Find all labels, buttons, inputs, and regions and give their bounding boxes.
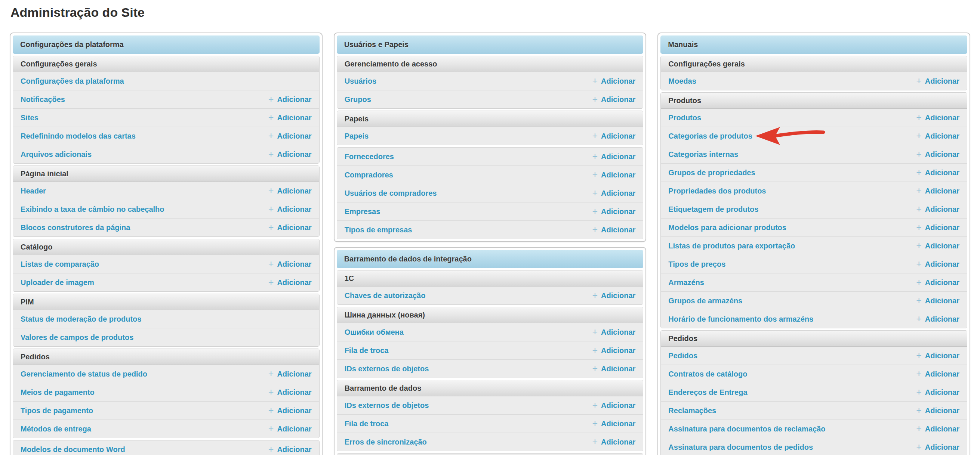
add-button[interactable]: +Adicionar xyxy=(268,278,312,287)
model-link[interactable]: Arquivos adicionais xyxy=(21,150,92,159)
model-link[interactable]: Empresas xyxy=(345,207,380,216)
add-button[interactable]: +Adicionar xyxy=(916,260,959,269)
model-link[interactable]: Modelos de documento Word xyxy=(21,445,125,454)
model-link[interactable]: Fornecedores xyxy=(345,152,394,161)
add-button[interactable]: +Adicionar xyxy=(916,388,959,397)
add-button[interactable]: +Adicionar xyxy=(592,132,635,141)
add-button[interactable]: +Adicionar xyxy=(592,170,635,180)
model-link[interactable]: Meios de pagamento xyxy=(21,388,95,397)
model-link[interactable]: Papeis xyxy=(345,132,369,141)
model-link[interactable]: Produtos xyxy=(668,114,701,122)
model-link[interactable]: Erros de sincronização xyxy=(345,438,427,446)
model-link[interactable]: Propriedades dos produtos xyxy=(668,187,766,195)
add-button[interactable]: +Adicionar xyxy=(592,152,635,162)
add-button[interactable]: +Adicionar xyxy=(268,406,312,415)
add-button[interactable]: +Adicionar xyxy=(916,314,959,324)
model-link[interactable]: Status de moderação de produtos xyxy=(21,315,141,323)
model-link[interactable]: Categorias internas xyxy=(668,150,738,159)
add-button[interactable]: +Adicionar xyxy=(592,291,635,300)
add-button[interactable]: +Adicionar xyxy=(916,443,959,452)
add-button[interactable]: +Adicionar xyxy=(916,76,959,86)
model-link[interactable]: IDs externos de objetos xyxy=(345,401,429,410)
add-button[interactable]: +Adicionar xyxy=(916,186,959,196)
model-link[interactable]: Métodos de entrega xyxy=(21,425,91,433)
add-label: Adicionar xyxy=(277,406,311,415)
model-link[interactable]: Sites xyxy=(21,114,38,122)
add-button[interactable]: +Adicionar xyxy=(916,424,959,434)
model-link[interactable]: Fila de troca xyxy=(345,420,389,428)
model-link[interactable]: Grupos de armazéns xyxy=(668,296,742,305)
add-button[interactable]: +Adicionar xyxy=(268,95,312,104)
model-link[interactable]: Redefinindo modelos das cartas xyxy=(21,132,136,141)
model-link[interactable]: Reclamações xyxy=(668,406,716,415)
add-button[interactable]: +Adicionar xyxy=(268,205,312,214)
add-button[interactable]: +Adicionar xyxy=(592,346,635,355)
model-link[interactable]: Usuários xyxy=(345,77,377,86)
add-button[interactable]: +Adicionar xyxy=(592,76,635,86)
model-link[interactable]: Uploader de imagem xyxy=(21,278,94,287)
add-button[interactable]: +Adicionar xyxy=(268,388,312,397)
model-link[interactable]: Usuários de compradores xyxy=(345,189,437,198)
model-link[interactable]: Armazéns xyxy=(668,278,704,287)
add-button[interactable]: +Adicionar xyxy=(592,207,635,216)
add-button[interactable]: +Adicionar xyxy=(916,369,959,379)
add-button[interactable]: +Adicionar xyxy=(268,369,312,379)
add-button[interactable]: +Adicionar xyxy=(916,132,959,141)
add-button[interactable]: +Adicionar xyxy=(592,419,635,428)
add-button[interactable]: +Adicionar xyxy=(916,241,959,250)
add-button[interactable]: +Adicionar xyxy=(268,186,312,196)
model-link[interactable]: Categorias de produtos xyxy=(668,132,752,141)
model-link[interactable]: Endereços de Entrega xyxy=(668,388,747,397)
add-button[interactable]: +Adicionar xyxy=(916,168,959,178)
model-link[interactable]: IDs externos de objetos xyxy=(345,365,429,373)
model-link[interactable]: Assinatura para documentos de pedidos xyxy=(668,443,813,452)
model-link[interactable]: Tipos de pagamento xyxy=(21,406,93,415)
add-button[interactable]: +Adicionar xyxy=(592,364,635,374)
model-link[interactable]: Etiquetagem de produtos xyxy=(668,205,758,214)
model-link[interactable]: Listas de produtos para exportação xyxy=(668,242,795,250)
add-button[interactable]: +Adicionar xyxy=(592,225,635,235)
model-link[interactable]: Exibindo a taxa de câmbio no cabeçalho xyxy=(21,205,164,214)
model-link[interactable]: Valores de campos de produtos xyxy=(21,333,134,342)
add-button[interactable]: +Adicionar xyxy=(592,95,635,104)
model-link[interactable]: Gerenciamento de status de pedido xyxy=(21,370,147,379)
model-link[interactable]: Header xyxy=(21,187,46,195)
model-link[interactable]: Modelos para adicionar produtos xyxy=(668,224,786,232)
add-button[interactable]: +Adicionar xyxy=(916,113,959,122)
model-link[interactable]: Horário de funcionamento dos armazéns xyxy=(668,315,813,323)
model-link[interactable]: Chaves de autorização xyxy=(345,292,426,300)
add-button[interactable]: +Adicionar xyxy=(916,351,959,360)
model-link[interactable]: Notificações xyxy=(21,95,65,104)
add-button[interactable]: +Adicionar xyxy=(268,113,312,122)
add-button[interactable]: +Adicionar xyxy=(592,438,635,447)
model-link[interactable]: Grupos de propriedades xyxy=(668,168,755,177)
add-button[interactable]: +Adicionar xyxy=(268,260,312,269)
model-link[interactable]: Configurações da plataforma xyxy=(21,77,124,86)
model-link[interactable]: Listas de comparação xyxy=(21,260,99,269)
add-button[interactable]: +Adicionar xyxy=(916,278,959,287)
model-link[interactable]: Tipos de preços xyxy=(668,260,725,269)
model-link[interactable]: Grupos xyxy=(345,95,371,104)
model-link[interactable]: Blocos construtores da página xyxy=(21,224,130,232)
add-button[interactable]: +Adicionar xyxy=(268,150,312,159)
model-link[interactable]: Assinatura para documentos de reclamação xyxy=(668,425,825,433)
add-button[interactable]: +Adicionar xyxy=(268,424,312,434)
model-link[interactable]: Ошибки обмена xyxy=(345,328,404,336)
add-button[interactable]: +Adicionar xyxy=(592,189,635,198)
model-link[interactable]: Pedidos xyxy=(668,352,697,360)
add-button[interactable]: +Adicionar xyxy=(916,296,959,306)
model-link[interactable]: Tipos de empresas xyxy=(345,226,412,234)
add-button[interactable]: +Adicionar xyxy=(916,150,959,159)
add-button[interactable]: +Adicionar xyxy=(268,445,312,454)
model-link[interactable]: Fila de troca xyxy=(345,346,389,355)
model-link[interactable]: Compradores xyxy=(345,171,393,179)
add-button[interactable]: +Adicionar xyxy=(268,223,312,232)
model-link[interactable]: Moedas xyxy=(668,77,696,86)
add-button[interactable]: +Adicionar xyxy=(916,205,959,214)
model-link[interactable]: Contratos de catálogo xyxy=(668,370,747,379)
add-button[interactable]: +Adicionar xyxy=(916,223,959,232)
add-button[interactable]: +Adicionar xyxy=(592,328,635,337)
add-button[interactable]: +Adicionar xyxy=(268,132,312,141)
add-button[interactable]: +Adicionar xyxy=(592,401,635,410)
add-button[interactable]: +Adicionar xyxy=(916,406,959,415)
